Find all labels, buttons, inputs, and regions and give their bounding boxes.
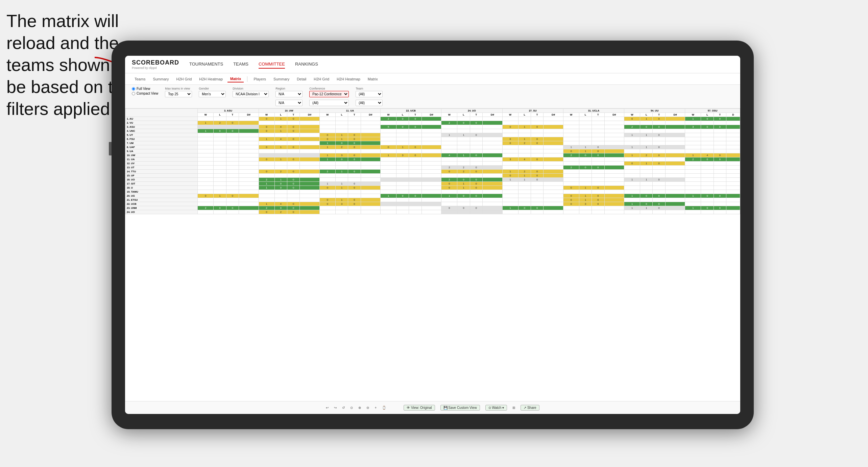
matrix-cell: [259, 166, 274, 170]
matrix-cell: [409, 121, 421, 125]
matrix-cell: [701, 182, 714, 186]
max-teams-select[interactable]: Top 25 Top 50 All: [165, 91, 192, 97]
view-original-button[interactable]: 👁 View: Original: [404, 405, 435, 411]
share-button[interactable]: ↗ Share: [521, 405, 539, 411]
matrix-cell: [457, 117, 470, 121]
matrix-cell: [421, 202, 441, 206]
matrix-cell: [409, 182, 421, 186]
matrix-cell: [518, 149, 531, 153]
region-select[interactable]: N/A West East: [275, 91, 303, 97]
matrix-cell: [381, 166, 396, 170]
matrix-cell: [502, 190, 518, 194]
matrix-cell: [396, 178, 409, 182]
matrix-cell: [502, 121, 518, 125]
subnav-h2h-heatmap[interactable]: H2H Heatmap: [196, 76, 225, 82]
col-uw: 10. UW: [259, 109, 319, 113]
matrix-cell: 0: [348, 137, 361, 141]
matrix-cell: [665, 125, 685, 129]
region-select2[interactable]: N/A: [275, 100, 303, 106]
matrix-cell: [361, 145, 380, 149]
grid-button[interactable]: ⊞: [512, 406, 515, 410]
nav-committee[interactable]: COMMITTEE: [259, 60, 285, 69]
matrix-cell: [544, 198, 563, 202]
matrix-cell: 2: [381, 117, 396, 121]
matrix-cell: 1: [624, 133, 640, 137]
matrix-cell: 1: [335, 133, 348, 137]
matrix-cell: [544, 137, 563, 141]
region-label: Region: [275, 87, 303, 90]
matrix-cell: [483, 190, 502, 194]
matrix-cell: [714, 186, 726, 190]
subnav-matrix[interactable]: Matrix: [227, 76, 244, 82]
matrix-cell: [726, 121, 740, 125]
nav-tournaments[interactable]: TOURNAMENTS: [189, 60, 223, 69]
matrix-cell: [198, 145, 214, 149]
matrix-cell: [198, 162, 214, 166]
matrix-cell: [544, 125, 563, 129]
team-select2[interactable]: (All): [356, 100, 383, 106]
matrix-cell: [518, 117, 531, 121]
zoom-fit-button[interactable]: ⊙: [350, 406, 353, 410]
matrix-cell: 0: [531, 125, 543, 129]
matrix-cell: 1: [335, 137, 348, 141]
matrix-cell: [653, 190, 665, 194]
redo-button[interactable]: ↪: [334, 406, 337, 410]
matrix-cell: 2: [319, 170, 335, 174]
zoom-out-button[interactable]: ⊖: [366, 406, 369, 410]
nav-rankings[interactable]: RANKINGS: [295, 60, 318, 69]
matrix-cell: [714, 190, 726, 194]
matrix-cell: [381, 182, 396, 186]
matrix-cell: [300, 170, 319, 174]
nav-teams[interactable]: TEAMS: [233, 60, 248, 69]
matrix-cell: [653, 210, 665, 214]
matrix-cell: 2: [214, 121, 226, 125]
matrix-cell: 0: [592, 145, 604, 149]
matrix-cell: [239, 166, 259, 170]
col-uu: 54. UU: [624, 109, 685, 113]
matrix-cell: [239, 186, 259, 190]
subnav-players[interactable]: Players: [251, 76, 269, 82]
subnav-teams[interactable]: Teams: [132, 76, 148, 82]
gender-select[interactable]: Men's Women's: [199, 91, 226, 97]
save-custom-view-button[interactable]: 💾 Save Custom View: [440, 405, 480, 411]
table-row: 24. UO020: [125, 210, 740, 214]
subnav-h2h-grid[interactable]: H2H Grid: [173, 76, 194, 82]
matrix-cell: [300, 166, 319, 170]
conference-select[interactable]: Pac-12 Conference (All): [309, 91, 349, 97]
matrix-cell: 2: [563, 166, 579, 170]
zoom-in-button[interactable]: ⊕: [358, 406, 361, 410]
matrix-cell: 2: [259, 178, 274, 182]
subnav-h2h-heatmap2[interactable]: H2H Heatmap: [334, 76, 363, 82]
conference-select2[interactable]: (All): [309, 100, 349, 106]
matrix-cell: [685, 121, 701, 125]
matrix-cell: [226, 170, 239, 174]
subnav-detail[interactable]: Detail: [294, 76, 309, 82]
watch-button[interactable]: ⊙ Watch ▾: [485, 405, 507, 411]
matrix-cell: 0: [701, 157, 714, 162]
matrix-cell: [441, 141, 457, 145]
matrix-cell: 3: [502, 157, 518, 162]
matrix-cell: [335, 121, 348, 125]
table-row: 3. ASU040500010200300: [125, 125, 740, 129]
matrix-cell: [726, 137, 740, 141]
compact-view-radio[interactable]: Compact View: [132, 92, 158, 95]
matrix-cell: 1: [259, 182, 274, 186]
clock-button[interactable]: ⌚: [382, 406, 386, 410]
subnav-summary2[interactable]: Summary: [271, 76, 292, 82]
refresh-button[interactable]: ↺: [342, 406, 345, 410]
subnav-summary[interactable]: Summary: [150, 76, 171, 82]
matrix-cell: 0: [457, 194, 470, 198]
matrix-cell: 1: [579, 145, 592, 149]
team-select[interactable]: (All): [356, 91, 383, 97]
plus-button[interactable]: +: [375, 406, 377, 410]
matrix-content[interactable]: 3. ASU 10. UW 11. UA 22. UCB 24. UO 27. …: [125, 108, 740, 401]
full-view-radio[interactable]: Full View: [132, 87, 158, 91]
undo-button[interactable]: ↩: [326, 406, 329, 410]
subnav-h2h-grid2[interactable]: H2H Grid: [311, 76, 332, 82]
matrix-cell: [579, 137, 592, 141]
subnav-matrix2[interactable]: Matrix: [365, 76, 381, 82]
table-row: 10. UW130130410200120140: [125, 153, 740, 157]
matrix-cell: [563, 137, 579, 141]
division-select[interactable]: NCAA Division I NCAA Division II NCAA Di…: [233, 91, 269, 97]
matrix-cell: [685, 129, 701, 133]
